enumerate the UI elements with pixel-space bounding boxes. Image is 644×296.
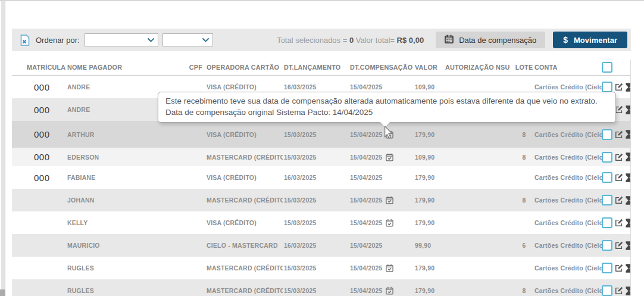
calendar-check-icon[interactable] <box>386 219 393 227</box>
edit-icon[interactable] <box>615 105 623 114</box>
row-checkbox[interactable] <box>602 82 612 92</box>
table-row[interactable]: 000ARTHURVISA (CRÉDITO)15/03/202515/04/2… <box>12 121 630 148</box>
cell-operadora-cartao: VISA (CRÉDITO) <box>205 174 283 181</box>
calendar-check-icon[interactable] <box>386 286 393 295</box>
row-checkbox[interactable] <box>602 285 612 296</box>
table-row[interactable]: MAURICIOCIELO - MASTERCARD16/03/202515/0… <box>12 234 630 257</box>
sort-by-select[interactable] <box>85 33 158 46</box>
cell-operadora-cartao: VISA (CRÉDITO) <box>205 219 283 226</box>
cell-matricula: 000 <box>27 173 67 183</box>
tooltip-line-1: Este recebimento teve sua data de compen… <box>165 96 598 105</box>
edit-icon[interactable] <box>615 241 623 250</box>
table-row[interactable]: KELLYVISA (CRÉDITO)15/03/202515/04/20251… <box>12 211 630 234</box>
col-header-controls <box>602 62 631 73</box>
cell-operadora-cartao: CIELO - MASTERCARD <box>205 242 283 249</box>
cell-dt-compensacao: 15/04/2025 <box>349 174 414 181</box>
col-header-cpf: CPF <box>187 64 205 71</box>
cell-dt-compensacao: 15/04/2025 <box>349 130 414 139</box>
dt-compensacao-value: 15/04/2025 <box>350 264 383 272</box>
cell-nome-pagador: FABIANE <box>67 174 187 181</box>
cell-valor: 179,90 <box>414 197 444 204</box>
data-compensacao-label: Data de compensação <box>459 36 536 45</box>
dt-compensacao-value: 15/04/2025 <box>350 131 383 138</box>
cell-lote: 8 <box>515 154 533 161</box>
compensation-date-tooltip: Este recebimento teve sua data de compen… <box>158 92 616 123</box>
edit-icon[interactable] <box>615 153 623 161</box>
calendar-check-icon[interactable] <box>386 264 393 272</box>
edit-icon[interactable] <box>615 264 623 272</box>
col-header-matricula: MATRÍCULA <box>27 64 67 71</box>
cell-dt-compensacao: 15/04/2025 <box>349 196 414 204</box>
col-header-conta: CONTA <box>533 64 602 71</box>
dt-compensacao-value: 15/04/2025 <box>350 197 383 204</box>
row-controls <box>602 152 631 163</box>
cell-operadora-cartao: MASTERCARD (CRÉDITO) <box>205 197 283 204</box>
row-checkbox[interactable] <box>602 129 612 140</box>
cell-dt-compensacao: 15/04/2025 <box>349 83 414 91</box>
cell-nome-pagador: KELLY <box>67 219 187 226</box>
row-controls <box>602 240 631 251</box>
cell-nome-pagador: ARTHUR <box>67 131 187 138</box>
cell-conta: Cartões Crédito (Cielo) <box>533 287 602 294</box>
select-all-checkbox[interactable] <box>602 62 612 73</box>
calendar-check-icon[interactable] <box>386 153 393 161</box>
hourglass-icon <box>626 196 631 205</box>
cell-valor: 109,90 <box>414 83 444 91</box>
cell-valor: 179,90 <box>414 287 444 294</box>
col-header-dt-lancamento: DT.LANÇAMENTO <box>283 64 349 71</box>
cell-lote: 8 <box>515 131 533 138</box>
left-scrollbar-track[interactable] <box>1 1 5 296</box>
movimentar-button[interactable]: $ Movimentar <box>553 32 627 48</box>
export-excel-icon[interactable] <box>20 35 30 46</box>
cell-valor: 179,90 <box>414 219 444 226</box>
cell-conta: Cartões Crédito (Cielo) <box>533 174 602 181</box>
edit-icon[interactable] <box>615 130 623 139</box>
row-controls <box>602 263 631 273</box>
cell-dt-lancamento: 15/03/2025 <box>283 197 349 204</box>
tooltip-line-2: Data de compensação original Sistema Pac… <box>165 108 373 117</box>
row-checkbox[interactable] <box>602 240 612 251</box>
cell-matricula: 000 <box>27 152 67 162</box>
edit-icon[interactable] <box>615 196 623 204</box>
calendar-check-icon[interactable] <box>386 130 393 139</box>
dollar-icon: $ <box>563 35 568 45</box>
calendar-check-icon[interactable] <box>386 196 393 204</box>
table-row[interactable]: RUGLESMASTERCARD (CRÉDITO)15/03/202515/0… <box>12 257 630 279</box>
sort-order-select[interactable] <box>162 33 213 46</box>
cell-dt-lancamento: 16/03/2025 <box>283 242 349 249</box>
total-selecionados-value: 0 <box>349 36 354 45</box>
toolbar: Ordenar por: Total selecionados = 0 Valo… <box>12 29 631 51</box>
cell-matricula: 000 <box>27 82 67 92</box>
movimentar-label: Movimentar <box>574 36 617 45</box>
row-controls <box>602 217 631 228</box>
row-checkbox[interactable] <box>602 172 612 183</box>
dt-compensacao-value: 15/04/2025 <box>350 219 383 226</box>
cell-dt-lancamento: 16/03/2025 <box>283 83 349 91</box>
row-checkbox[interactable] <box>602 195 612 205</box>
table-row[interactable]: 000FABIANEVISA (CRÉDITO)16/03/202515/04/… <box>12 166 630 189</box>
cell-nome-pagador: ANDRE <box>67 83 187 91</box>
cell-conta: Cartões Crédito (Cielo) <box>533 242 602 249</box>
edit-icon[interactable] <box>615 83 623 91</box>
edit-icon[interactable] <box>615 286 623 295</box>
cell-conta: Cartões Crédito (Cielo) <box>533 264 602 272</box>
cell-dt-compensacao: 15/04/2025 <box>349 286 414 295</box>
cell-valor: 179,90 <box>414 131 444 138</box>
row-checkbox[interactable] <box>602 217 612 228</box>
col-header-nsu: NSU <box>495 64 515 71</box>
col-header-valor: VALOR <box>414 64 444 71</box>
cell-nome-pagador: JOHANN <box>67 197 187 204</box>
table-row[interactable]: 000EDERSONMASTERCARD (CRÉDITO)15/03/2025… <box>12 148 630 166</box>
cell-nome-pagador: RUGLES <box>67 264 187 272</box>
row-checkbox[interactable] <box>602 263 612 273</box>
cell-dt-lancamento: 15/03/2025 <box>283 219 349 226</box>
row-checkbox[interactable] <box>602 152 612 163</box>
table-row[interactable]: JOHANNMASTERCARD (CRÉDITO)15/03/202515/0… <box>12 189 630 211</box>
edit-icon[interactable] <box>615 219 623 227</box>
table-row[interactable]: RUGLESMASTERCARD (CRÉDITO)15/03/202515/0… <box>12 279 630 296</box>
cell-dt-lancamento: 15/03/2025 <box>283 154 349 161</box>
edit-icon[interactable] <box>615 173 623 182</box>
cell-valor: 179,90 <box>414 174 444 181</box>
data-compensacao-button[interactable]: Data de compensação <box>436 32 545 48</box>
cell-matricula: 000 <box>27 105 67 115</box>
